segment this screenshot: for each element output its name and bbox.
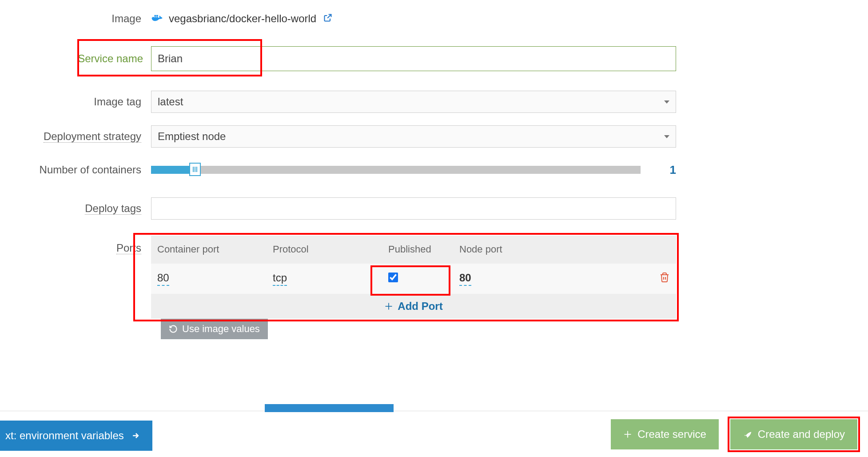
image-name-text: vegasbrianc/docker-hello-world: [169, 12, 316, 25]
arrow-right-icon: [131, 431, 140, 440]
deployment-strategy-label: Deployment strategy: [18, 130, 151, 143]
plus-icon: [384, 302, 393, 311]
published-checkbox[interactable]: [388, 273, 398, 282]
create-deploy-button[interactable]: Create and deploy: [730, 419, 857, 449]
image-tag-label: Image tag: [18, 96, 151, 108]
next-env-label: xt: environment variables: [5, 429, 124, 442]
image-tag-value: latest: [158, 96, 183, 108]
footer-bar: xt: environment variables Create service…: [0, 411, 868, 457]
svg-rect-4: [156, 15, 158, 17]
create-service-button[interactable]: Create service: [611, 419, 719, 449]
container-port-value[interactable]: 80: [157, 272, 169, 286]
service-name-label: Service name: [18, 50, 151, 68]
image-value: vegasbrianc/docker-hello-world: [151, 12, 332, 25]
ports-label: Ports: [18, 236, 151, 254]
chevron-down-icon: [664, 135, 669, 138]
chevron-down-icon: [664, 100, 669, 104]
image-label: Image: [18, 12, 151, 25]
docker-icon: [151, 13, 164, 24]
add-port-button[interactable]: Add Port: [151, 294, 676, 319]
undo-icon: [169, 325, 178, 333]
use-image-values-label: Use image values: [182, 323, 260, 335]
next-env-button[interactable]: xt: environment variables: [0, 421, 152, 451]
svg-rect-3: [155, 15, 156, 17]
external-link-icon[interactable]: [323, 12, 332, 25]
rocket-icon: [743, 429, 753, 439]
protocol-value[interactable]: tcp: [273, 272, 287, 286]
partial-button[interactable]: [265, 404, 394, 412]
add-port-label: Add Port: [398, 300, 442, 313]
slider-handle[interactable]: [189, 163, 201, 176]
deploy-tags-label: Deploy tags: [18, 202, 151, 215]
col-node-port: Node port: [459, 244, 557, 255]
ports-row: 80 tcp 80: [151, 263, 676, 294]
create-service-label: Create service: [637, 428, 706, 441]
col-container-port: Container port: [157, 244, 273, 255]
col-published: Published: [388, 244, 459, 255]
highlight-box: Create and deploy: [728, 417, 860, 452]
node-port-value[interactable]: 80: [459, 272, 471, 286]
image-tag-select[interactable]: latest: [151, 91, 676, 113]
col-protocol: Protocol: [273, 244, 388, 255]
num-containers-label: Number of containers: [18, 164, 151, 176]
create-deploy-label: Create and deploy: [758, 428, 845, 441]
use-image-values-button[interactable]: Use image values: [161, 319, 268, 339]
deployment-strategy-value: Emptiest node: [158, 130, 226, 143]
deployment-strategy-select[interactable]: Emptiest node: [151, 125, 676, 148]
service-name-input[interactable]: [151, 46, 676, 71]
deploy-tags-input[interactable]: [151, 197, 676, 220]
containers-value: 1: [658, 163, 676, 177]
delete-port-button[interactable]: [659, 272, 670, 286]
ports-header-row: Container port Protocol Published Node p…: [151, 236, 676, 263]
containers-slider[interactable]: [151, 166, 641, 174]
plus-icon: [623, 430, 632, 439]
